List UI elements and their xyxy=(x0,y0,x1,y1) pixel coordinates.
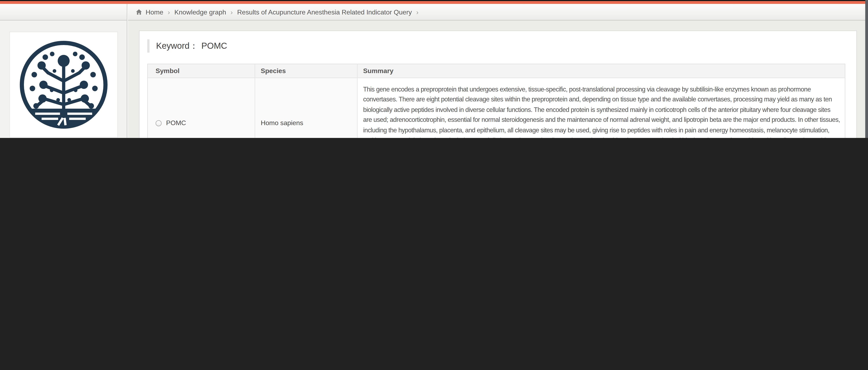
app-window: Home › Knowledge graph › Results of Acup… xyxy=(0,0,868,138)
table-row: POMC Homo sapiens This gene encodes a pr… xyxy=(148,78,845,138)
keyword-value: POMC xyxy=(202,41,227,51)
accent-strip xyxy=(0,1,868,4)
window-right-edge xyxy=(865,0,868,138)
breadcrumb-knowledge-graph[interactable]: Knowledge graph xyxy=(174,8,226,16)
species-table: Symbol Species Summary POMC Homo sapiens… xyxy=(147,64,845,138)
breadcrumb-home[interactable]: Home xyxy=(146,8,163,16)
summary-cell: This gene encodes a preproprotein that u… xyxy=(363,78,840,138)
header-bar: Home › Knowledge graph › Results of Acup… xyxy=(0,4,868,21)
results-card: Keyword： POMC Symbol Species Summary POM… xyxy=(139,31,857,138)
home-icon xyxy=(135,9,142,15)
keyword-heading: Keyword： POMC xyxy=(147,39,227,52)
symbol-cell: POMC xyxy=(166,119,186,127)
keyword-label: Keyword： xyxy=(156,40,198,52)
breadcrumb: Home › Knowledge graph › Results of Acup… xyxy=(135,4,421,20)
breadcrumb-separator: › xyxy=(168,8,170,16)
heading-accent-bar xyxy=(147,39,150,52)
logo xyxy=(9,32,118,138)
species-cell: Homo sapiens xyxy=(261,119,303,127)
breadcrumb-results[interactable]: Results of Acupuncture Anesthesia Relate… xyxy=(237,8,412,16)
breadcrumb-separator: › xyxy=(230,8,233,16)
circuit-tree-logo-icon xyxy=(18,39,110,131)
sidebar: Home Clinical research xyxy=(0,20,127,138)
column-header-species: Species xyxy=(255,64,358,78)
column-header-summary: Summary xyxy=(358,64,845,78)
column-header-symbol: Symbol xyxy=(148,64,255,78)
breadcrumb-separator: › xyxy=(416,8,418,16)
table-header-row: Symbol Species Summary xyxy=(148,64,845,78)
species-radio[interactable] xyxy=(156,120,162,126)
sidebar-divider xyxy=(127,4,127,138)
